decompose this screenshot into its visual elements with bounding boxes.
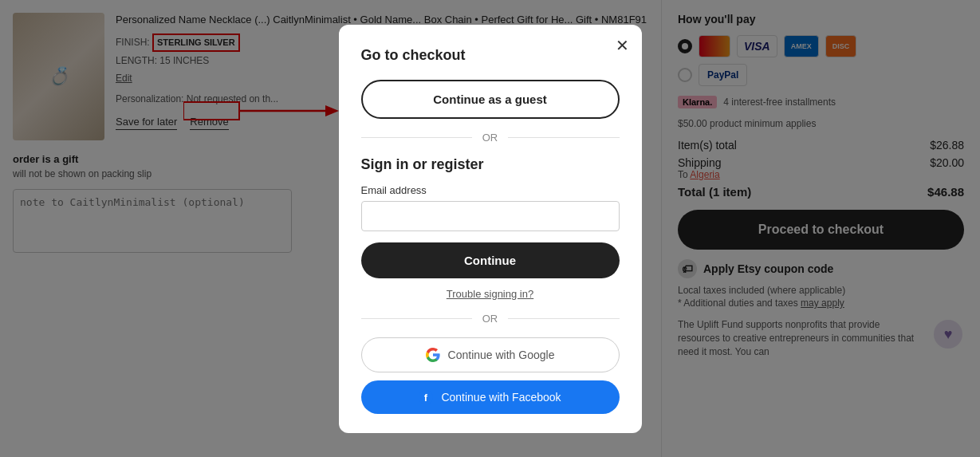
modal-overlay: ✕ Go to checkout Continue as a guest OR …: [0, 0, 980, 457]
checkout-modal: ✕ Go to checkout Continue as a guest OR …: [339, 25, 642, 433]
sign-in-title: Sign in or register: [361, 156, 620, 173]
continue-as-guest-button[interactable]: Continue as a guest: [361, 80, 620, 119]
email-label: Email address: [361, 184, 620, 196]
modal-close-button[interactable]: ✕: [616, 37, 629, 53]
continue-with-google-button[interactable]: Continue with Google: [361, 337, 620, 372]
or-divider-2: OR: [361, 313, 620, 325]
continue-with-facebook-button[interactable]: f Continue with Facebook: [361, 380, 620, 414]
google-btn-label: Continue with Google: [448, 349, 555, 361]
google-icon: [426, 348, 440, 362]
trouble-signing-in-link[interactable]: Trouble signing in?: [361, 288, 620, 300]
or-divider-1: OR: [361, 132, 620, 144]
modal-title: Go to checkout: [361, 47, 620, 64]
continue-button[interactable]: Continue: [361, 242, 620, 278]
facebook-icon: f: [419, 390, 433, 404]
email-input[interactable]: [361, 201, 620, 231]
svg-text:f: f: [424, 391, 428, 403]
facebook-btn-label: Continue with Facebook: [441, 391, 561, 404]
